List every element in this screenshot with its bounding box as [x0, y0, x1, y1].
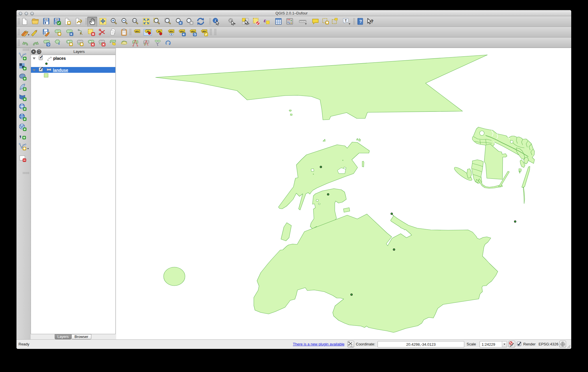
- svg-text:✱: ✱: [70, 42, 72, 46]
- svg-text:abc: abc: [135, 30, 139, 33]
- svg-text:✱: ✱: [326, 21, 328, 24]
- svg-text:ε: ε: [264, 18, 266, 23]
- svg-text:abc: abc: [180, 30, 184, 33]
- svg-text:✱: ✱: [68, 21, 70, 25]
- svg-text:,: ,: [19, 133, 21, 139]
- svg-text:T: T: [345, 19, 347, 22]
- svg-text:1:1: 1:1: [133, 19, 136, 22]
- svg-text:?: ?: [359, 19, 362, 24]
- svg-text:✱: ✱: [80, 42, 83, 46]
- svg-text:✱: ✱: [23, 147, 26, 150]
- svg-text:✱: ✱: [58, 32, 61, 36]
- svg-text:OS: OS: [21, 105, 23, 107]
- svg-text:abc: abc: [202, 30, 206, 33]
- svg-text:?: ?: [371, 19, 373, 24]
- svg-text:abc: abc: [191, 30, 195, 33]
- svg-text:abc: abc: [169, 30, 173, 33]
